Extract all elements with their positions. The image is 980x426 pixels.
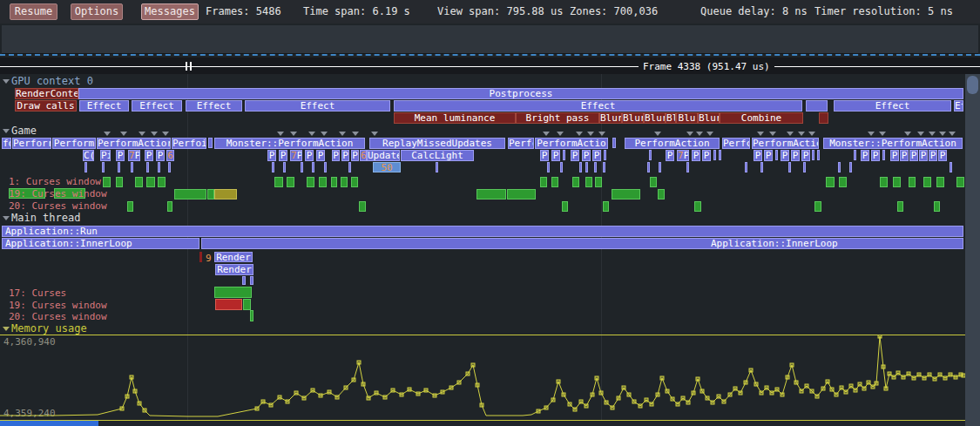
thread-label[interactable]: 19: Curses window <box>9 301 107 311</box>
thread-label[interactable]: 17: Curses <box>9 288 66 299</box>
game-sub-tick[interactable] <box>659 162 661 172</box>
game-sub-tick[interactable] <box>603 162 605 172</box>
zone-marker-triangle-icon[interactable] <box>151 132 158 136</box>
game-sub-zone[interactable]: P <box>156 150 165 161</box>
game-sub-zone[interactable]: P <box>351 150 359 161</box>
game-zone[interactable]: PerformActio <box>535 138 608 149</box>
game-sub-zone[interactable]: Update <box>367 150 400 161</box>
zone-render[interactable]: Render <box>214 252 253 262</box>
game-zone[interactable]: Perform <box>52 138 96 149</box>
thread-zone[interactable] <box>215 299 242 310</box>
gpu-context-title[interactable]: GPU context 0 <box>11 76 93 86</box>
game-sub-zone[interactable]: P <box>341 150 349 161</box>
game-zone[interactable]: PerformAction <box>625 138 720 149</box>
zone-marker-triangle-icon[interactable] <box>696 132 703 136</box>
game-sub-tick[interactable] <box>838 162 841 172</box>
game-sub-zone[interactable]: P <box>702 150 711 161</box>
thread-zone[interactable] <box>694 201 701 212</box>
game-sub-zone[interactable]: P <box>900 150 909 161</box>
game-sub-zone[interactable]: P <box>871 150 880 161</box>
thread-zone[interactable] <box>658 189 665 199</box>
game-thread-title[interactable]: Game <box>11 125 37 136</box>
thread-zone[interactable] <box>250 310 253 321</box>
game-sub-tick[interactable] <box>579 162 582 172</box>
game-sub-zone[interactable]: 6 <box>360 150 367 161</box>
zone-marker-triangle-icon[interactable] <box>352 132 359 136</box>
game-sub-tick[interactable] <box>563 150 565 160</box>
options-button[interactable]: Options <box>71 3 123 20</box>
game-sub-tick[interactable] <box>849 162 852 172</box>
game-zone[interactable]: Monster::PerformAction <box>214 138 365 149</box>
game-sub-tick[interactable] <box>168 162 171 172</box>
game-sub-zone[interactable]: P <box>909 150 918 161</box>
thread-zone[interactable] <box>331 177 337 187</box>
game-sub-zone[interactable]: Pi <box>100 150 111 161</box>
game-sub-zone[interactable]: P <box>582 150 591 161</box>
gpu-pass-zone[interactable]: Combine <box>720 112 803 124</box>
thread-zone[interactable] <box>909 177 916 187</box>
zone-marker-triangle-icon[interactable] <box>587 132 594 136</box>
game-sub-zone[interactable]: P <box>929 150 937 161</box>
zone-application-innerloop[interactable]: Application::InnerLoop <box>201 238 963 249</box>
zone-marker-triangle-icon[interactable] <box>543 132 550 136</box>
game-sub-zone[interactable]: P <box>801 150 810 161</box>
game-sub-zone[interactable]: P <box>919 150 928 161</box>
gpu-drawcalls-zone[interactable]: Effect <box>245 100 390 112</box>
game-sub-tick[interactable] <box>84 162 87 172</box>
game-zone[interactable]: PerformActic <box>752 138 819 149</box>
zone-marker-triangle-icon[interactable] <box>104 132 111 136</box>
game-sub-zone[interactable]: P <box>938 150 947 161</box>
thread-label[interactable]: 1: Curses window <box>9 177 101 187</box>
zone-render[interactable]: Render <box>215 264 253 275</box>
thread-zone[interactable] <box>603 201 609 212</box>
thread-zone[interactable] <box>174 189 206 199</box>
zone-application-innerloop[interactable]: Application::InnerLoop <box>2 238 199 249</box>
gpu-drawcalls-zone[interactable]: Effect <box>394 100 802 112</box>
game-sub-zone[interactable]: 7P <box>128 150 140 161</box>
game-sub-tick[interactable] <box>719 150 721 160</box>
thread-zone[interactable] <box>814 201 821 212</box>
game-sub-tick[interactable] <box>146 162 149 172</box>
game-sub-zone[interactable]: P <box>540 150 549 161</box>
zone-marker-triangle-icon[interactable] <box>808 132 815 136</box>
gpu-pass-zone[interactable]: Bright pass <box>516 112 599 124</box>
gpu-drawcalls-zone[interactable]: Ef <box>954 100 963 112</box>
game-sub-zone[interactable]: P <box>571 150 579 161</box>
zone-marker-triangle-icon[interactable] <box>576 132 583 136</box>
game-sub-tick[interactable] <box>102 162 105 172</box>
game-sub-zone[interactable]: P <box>764 150 773 161</box>
game-sub-zone[interactable]: P <box>890 150 899 161</box>
zone-marker-triangle-icon[interactable] <box>598 132 605 136</box>
zone-marker-triangle-icon[interactable] <box>162 132 169 136</box>
game-sub-tick[interactable] <box>760 162 763 172</box>
game-sub-tick[interactable] <box>604 150 606 160</box>
vertical-scrollbar[interactable] <box>965 74 980 426</box>
zone-marker-triangle-icon[interactable] <box>686 132 693 136</box>
horizontal-scrollbar[interactable] <box>0 421 965 426</box>
game-tick[interactable] <box>208 138 213 148</box>
game-sub-tick[interactable] <box>775 150 778 160</box>
game-sub-zone[interactable]: P <box>551 150 560 161</box>
game-sub-tick[interactable] <box>348 162 351 172</box>
thread-zone[interactable] <box>595 177 602 187</box>
gpu-context-zone[interactable]: Postprocess <box>78 88 963 99</box>
thread-zone[interactable] <box>540 177 547 187</box>
game-zone[interactable]: ReplayMissedUpdates <box>369 138 505 149</box>
thread-zone[interactable] <box>214 287 252 298</box>
game-sub-tick[interactable] <box>324 162 327 172</box>
zone-marker-triangle-icon[interactable] <box>904 132 911 136</box>
zone-marker-triangle-icon[interactable] <box>706 132 713 136</box>
game-zone[interactable]: fo <box>2 138 11 149</box>
thread-label[interactable]: 20: Curses window <box>9 201 107 212</box>
zone-marker-triangle-icon[interactable] <box>277 132 284 136</box>
thread-zone[interactable] <box>351 177 358 187</box>
game-sub-tick[interactable] <box>158 162 160 172</box>
zone-application-run[interactable]: Application::Run <box>2 226 963 237</box>
game-sub-zone[interactable]: CalcLight <box>401 150 474 161</box>
thread-zone[interactable] <box>650 177 657 187</box>
selected-zone-highlight[interactable]: 50 <box>373 162 401 172</box>
thread-zone[interactable] <box>562 201 568 212</box>
gpu-pass-zone[interactable]: Blur <box>622 112 644 124</box>
game-sub-zone[interactable]: P <box>332 150 340 161</box>
game-sub-zone[interactable]: 7P <box>677 150 689 161</box>
